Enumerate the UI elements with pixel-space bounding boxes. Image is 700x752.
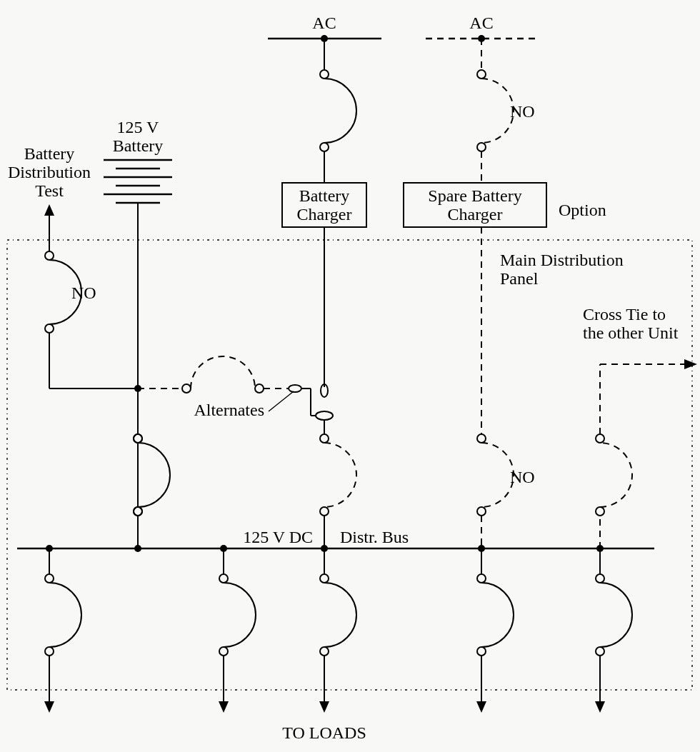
charger-label-2: Charger [297,205,352,224]
breaker-terminal [320,507,329,516]
battery-volt-label: 125 V [117,118,160,136]
crosstie-label-2: the other Unit [583,324,679,342]
crosstie-label-1: Cross Tie to [583,305,666,324]
breaker-terminal [477,70,486,79]
feeder-2 [219,548,256,713]
spare-label-2: Charger [448,205,503,224]
arrowhead-right [684,359,697,369]
node [134,545,141,552]
arrowhead-up [44,204,54,216]
battery-name-label: Battery [113,136,164,155]
feeder-3 [319,548,356,713]
breaker-arc [138,443,170,507]
breaker-terminal [477,507,486,516]
svg-point-17 [219,647,228,656]
breaker-terminal [45,324,54,333]
alternates-pointer [269,391,294,411]
panel-label-2: Panel [500,269,539,288]
breaker-terminal [596,434,604,443]
spare-label-1: Spare Battery [428,186,521,205]
feeder-1 [44,548,81,713]
svg-point-32 [596,647,604,656]
feeder-4 [476,548,514,713]
no-label-top-right: NO [510,102,535,121]
breaker-terminal [477,143,486,151]
breaker-arc [481,443,514,507]
ac-right-label: AC [469,14,493,32]
svg-marker-19 [219,701,229,713]
svg-point-22 [320,647,329,656]
svg-point-12 [45,647,54,656]
breaker-terminal [182,384,191,393]
svg-point-21 [320,574,329,583]
svg-marker-29 [476,701,486,713]
breaker-terminal [45,251,54,260]
breaker-terminal [477,434,486,443]
svg-point-27 [477,647,486,656]
no-label-test: NO [71,284,96,302]
test-label-2: Distribution [8,163,91,181]
no-label-spare: NO [510,468,535,486]
svg-point-26 [477,574,486,583]
breaker-terminal [320,434,329,443]
svg-point-11 [45,574,54,583]
breaker-arc [481,79,514,143]
feeder-5 [595,548,632,713]
alternates-label: Alternates [194,401,264,419]
winding-horiz [289,385,301,392]
svg-marker-14 [44,701,54,713]
winding-bottom [316,411,333,420]
breaker-terminal [596,507,604,516]
option-label: Option [559,201,606,219]
breaker-arc [600,443,632,507]
svg-marker-24 [319,701,329,713]
bus-label-left: 125 V DC [243,528,313,546]
battery-symbol [104,160,172,203]
to-loads-label: TO LOADS [282,723,366,742]
svg-point-16 [219,574,228,583]
breaker-arc [191,356,255,388]
breaker-arc [324,443,356,507]
test-label-1: Battery [24,144,75,163]
breaker-arc [324,79,356,143]
test-label-3: Test [35,181,64,200]
panel-label-1: Main Distribution [500,251,624,269]
ac-left-label: AC [312,14,336,32]
breaker-terminal [320,70,329,79]
svg-point-31 [596,574,604,583]
bus-label-right: Distr. Bus [340,528,409,546]
svg-marker-34 [595,701,605,713]
breaker-terminal [320,143,329,151]
charger-label-1: Battery [299,186,350,205]
breaker-terminal [255,384,264,393]
